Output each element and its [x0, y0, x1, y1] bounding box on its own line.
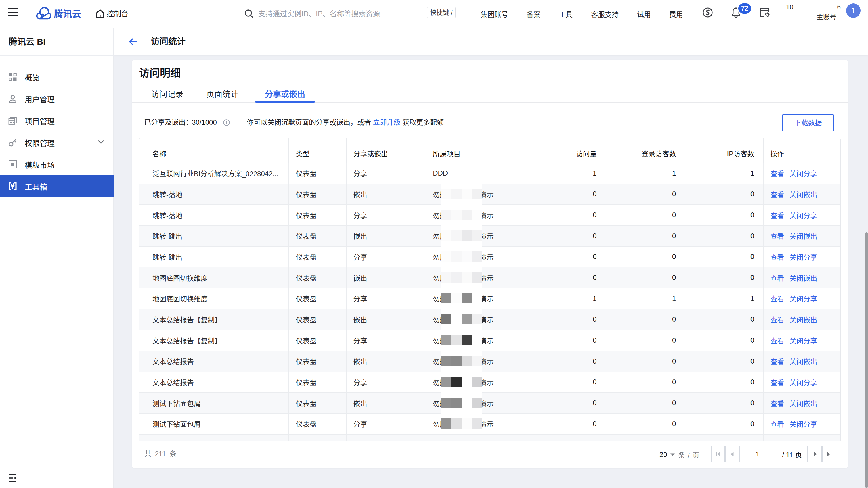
scrollbar-thumb[interactable]: [865, 232, 868, 488]
download-data-button[interactable]: 下载数据: [782, 115, 834, 131]
sidebar-item-template[interactable]: 模版市场: [0, 154, 114, 175]
hamburger-menu-icon[interactable]: [8, 8, 19, 16]
upgrade-link[interactable]: 立即升级: [373, 119, 401, 126]
table-row[interactable]: 测试下钻面包屑 仪表盘 分享 勿删演示 0 0 0 查看关闭分享: [140, 414, 840, 434]
page-size-value: 20: [659, 451, 667, 459]
cell-ip-visitors: 0: [684, 267, 764, 288]
sidebar-item-user[interactable]: 用户管理: [0, 88, 114, 110]
console-settings-icon[interactable]: [759, 0, 770, 25]
close-share-link[interactable]: 关闭分享: [789, 252, 817, 262]
cell-project: 勿删演示: [423, 247, 533, 267]
table-row[interactable]: 跳转-跳出 仪表盘 分享 勿删演示 0 0 0 查看关闭分享: [140, 247, 840, 267]
view-link[interactable]: 查看: [770, 210, 784, 220]
avatar[interactable]: 1: [846, 3, 861, 18]
topnav-item[interactable]: 工具: [559, 9, 572, 19]
sidebar-collapse-icon[interactable]: [9, 474, 17, 482]
tab-access-records[interactable]: 访问记录: [141, 87, 193, 103]
cell-ip-visitors: 0: [684, 247, 764, 267]
cell-visits: 0: [533, 247, 606, 267]
quota-value: 30/1000: [192, 115, 217, 130]
close-share-link[interactable]: 关闭嵌出: [789, 398, 817, 408]
view-link[interactable]: 查看: [770, 273, 784, 283]
close-share-link[interactable]: 关闭嵌出: [789, 189, 817, 199]
view-link[interactable]: 查看: [770, 168, 784, 178]
page-title: 访问统计: [151, 28, 186, 56]
table-row[interactable]: 文本总结报告 仪表盘 嵌出 勿删演示 0 0 0 查看关闭嵌出: [140, 351, 840, 372]
prev-page-button[interactable]: [725, 446, 739, 462]
cell-name: 文本总结报告: [140, 351, 289, 371]
view-link[interactable]: 查看: [770, 189, 784, 199]
account-info[interactable]: 10 6 主账号: [786, 2, 841, 22]
close-share-link[interactable]: 关闭分享: [789, 377, 817, 387]
view-link[interactable]: 查看: [770, 356, 784, 366]
console-link[interactable]: 控制台: [107, 0, 128, 28]
close-share-link[interactable]: 关闭嵌出: [789, 231, 817, 241]
close-share-link[interactable]: 关闭分享: [789, 293, 817, 303]
table-row[interactable]: 跳转-落地 仪表盘 嵌出 勿删演示 0 0 0 查看关闭嵌出: [140, 184, 840, 205]
view-link[interactable]: 查看: [770, 398, 784, 408]
table-row[interactable]: 跳转-跳出 仪表盘 嵌出 勿删演示 0 0 0 查看关闭嵌出: [140, 226, 840, 247]
row-type-text: 仪表盘: [296, 189, 317, 199]
close-share-link[interactable]: 关闭嵌出: [789, 315, 817, 324]
row-login-visitors-value: 0: [672, 336, 676, 344]
cell-type: 仪表盘: [289, 372, 347, 393]
tencent-cloud-logo-icon[interactable]: [35, 6, 52, 21]
next-page-button[interactable]: [808, 446, 822, 462]
table-row[interactable]: 文本总结报告【复制】 仪表盘 嵌出 勿删演示 0 0 0 查看关闭嵌出: [140, 309, 840, 330]
table-row[interactable]: 地图底图切换维度 仪表盘 嵌出 勿删演示 0 0 0 查看关闭嵌出: [140, 267, 840, 288]
topnav-item[interactable]: 试用: [637, 9, 651, 19]
tab-share-embed[interactable]: 分享或嵌出: [255, 87, 315, 103]
view-link[interactable]: 查看: [770, 231, 784, 241]
sidebar-item-key[interactable]: 权限管理: [0, 132, 114, 154]
last-page-button[interactable]: [822, 446, 836, 462]
table-row[interactable]: 跳转-落地 仪表盘 分享 勿删演示 0 0 0 查看关闭分享: [140, 205, 840, 226]
sidebar-item-overview[interactable]: 概览: [0, 66, 114, 88]
view-link[interactable]: 查看: [770, 335, 784, 346]
search-shortcut-badge: 快捷键 /: [427, 7, 456, 18]
topnav-item[interactable]: 备案: [527, 9, 540, 19]
back-arrow-icon[interactable]: [129, 37, 137, 47]
sidebar-item-project[interactable]: 项目管理: [0, 110, 114, 132]
close-share-link[interactable]: 关闭嵌出: [789, 273, 817, 283]
table-row[interactable]: 文本总结报告【复制】 仪表盘 分享 勿删演示 0 0 0 查看关闭分享: [140, 330, 840, 351]
tab-page-stats[interactable]: 页面统计: [196, 87, 248, 103]
cell-name: 跳转-落地: [140, 184, 289, 205]
close-share-link[interactable]: 关闭分享: [789, 168, 817, 178]
table-row[interactable]: 测试下钻面包屑 仪表盘 嵌出 勿删演示 0 0 0 查看关闭嵌出: [140, 393, 840, 414]
topnav-item[interactable]: 客服支持: [591, 9, 619, 19]
info-icon[interactable]: [223, 119, 230, 128]
row-ip-visitors-value: 0: [750, 399, 754, 407]
view-link[interactable]: 查看: [770, 252, 784, 262]
workorder-icon[interactable]: [703, 0, 713, 25]
row-name-text: 文本总结报告【复制】: [152, 315, 221, 324]
table-row[interactable]: 文本总结报告 仪表盘 分享 勿删演示 0 0 0 查看关闭分享: [140, 372, 840, 393]
row-name-text: 文本总结报告: [152, 377, 194, 387]
view-link[interactable]: 查看: [770, 293, 784, 303]
tencent-cloud-logo-text[interactable]: 腾讯云: [54, 0, 82, 28]
view-link[interactable]: 查看: [770, 419, 784, 429]
page-size-select[interactable]: 20 条 / 页: [659, 441, 700, 468]
table-row[interactable]: 泛互联网行业BI分析解决方案_0228042... 仪表盘 分享 DDD 1 1…: [140, 163, 840, 184]
col-header-type: 类型: [289, 138, 347, 163]
search-input[interactable]: 支持通过实例ID、IP、名称等搜索资源: [258, 0, 380, 28]
view-link[interactable]: 查看: [770, 315, 784, 324]
close-share-link[interactable]: 关闭分享: [789, 419, 817, 429]
cell-login-visitors: 0: [606, 393, 684, 413]
first-page-button[interactable]: [711, 446, 725, 462]
sidebar-item-toolbox[interactable]: 工具箱: [0, 175, 114, 197]
topnav-item[interactable]: 费用: [669, 9, 683, 19]
cell-mode: 分享: [347, 330, 423, 351]
view-link[interactable]: 查看: [770, 377, 784, 387]
current-page-input[interactable]: 1: [739, 446, 776, 462]
project-name-prefix: 勿删: [433, 398, 447, 408]
project-name-prefix: 勿删: [433, 273, 447, 283]
notification-count-badge[interactable]: 72: [737, 3, 752, 14]
row-type-text: 仪表盘: [296, 252, 317, 262]
close-share-link[interactable]: 关闭分享: [789, 210, 817, 220]
topnav-item[interactable]: 集团账号: [480, 9, 508, 19]
close-share-link[interactable]: 关闭嵌出: [789, 356, 817, 366]
table-row[interactable]: 地图底图切换维度 仪表盘 分享 勿删演示 1 1 1 查看关闭分享: [140, 288, 840, 309]
row-type-text: 仪表盘: [296, 315, 317, 324]
close-share-link[interactable]: 关闭分享: [789, 335, 817, 346]
row-name-text: 文本总结报告: [152, 356, 194, 366]
